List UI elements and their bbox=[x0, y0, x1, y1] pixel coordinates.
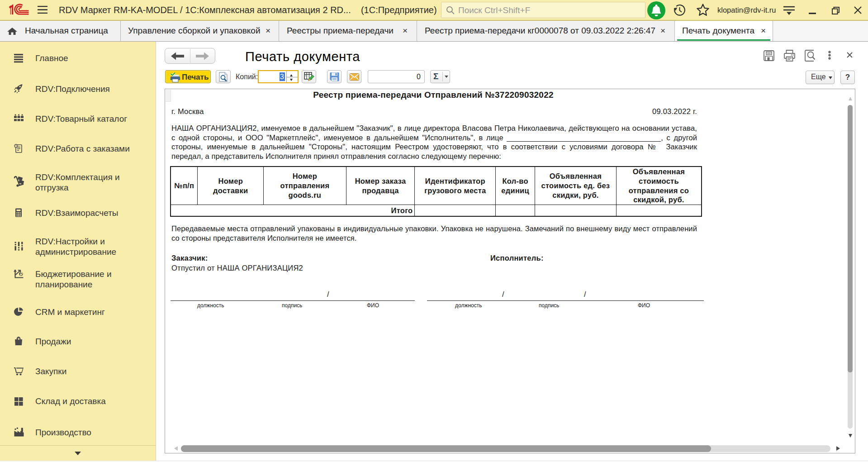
svg-text:₽: ₽ bbox=[20, 272, 23, 276]
